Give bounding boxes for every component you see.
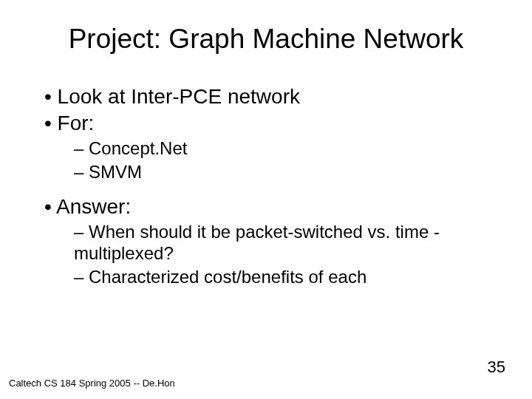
spacer [44,184,495,194]
slide-title: Project: Graph Machine Network [0,24,532,55]
bullet-level2: When should it be packet-switched vs. ti… [74,221,495,265]
page-number: 35 [488,358,505,377]
slide-body: Look at Inter-PCE network For: Concept.N… [44,84,495,289]
bullet-level2: Characterized cost/benefits of each [74,266,495,287]
bullet-level1: Answer: [44,194,495,219]
bullet-level1: For: [44,111,495,136]
footer-text: Caltech CS 184 Spring 2005 -- De.Hon [9,378,175,389]
bullet-level2: SMVM [74,161,495,183]
bullet-level2: Concept.Net [74,137,495,159]
slide: Project: Graph Machine Network Look at I… [0,0,532,399]
bullet-level1: Look at Inter-PCE network [44,84,495,109]
